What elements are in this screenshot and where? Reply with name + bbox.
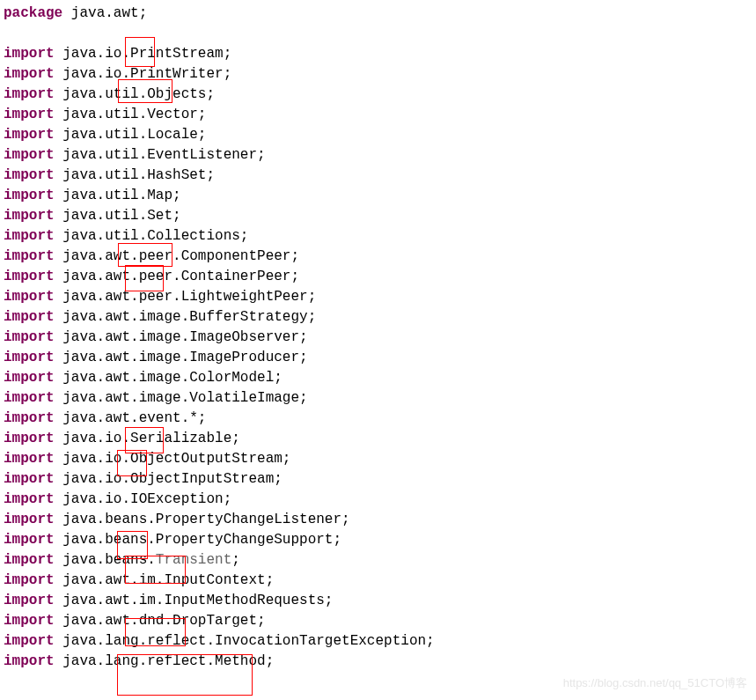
keyword: import	[4, 127, 55, 143]
keyword: import	[4, 451, 55, 467]
import-path: java.awt.image.ImageProducer;	[55, 350, 308, 365]
code-line: import java.awt.image.ImageObserver;	[4, 328, 752, 348]
import-path: java.awt.image.ColorModel;	[55, 370, 283, 386]
code-line: import java.awt.peer.LightweightPeer;	[4, 287, 752, 307]
keyword: import	[4, 390, 55, 406]
code-line: import java.util.Locale;	[4, 125, 752, 145]
code-line: import java.lang.reflect.InvocationTarge…	[4, 631, 752, 652]
code-line: import java.util.Vector;	[4, 105, 752, 125]
keyword: import	[4, 593, 55, 608]
keyword: import	[4, 653, 55, 669]
import-path: java.lang.reflect.InvocationTargetExcept…	[55, 633, 435, 649]
import-path: java.beans.PropertyChangeListener;	[55, 512, 350, 527]
import-path: java.io.PrintStream;	[55, 46, 232, 62]
import-path: java.io.IOException;	[55, 491, 232, 507]
keyword: import	[4, 633, 55, 649]
keyword: import	[4, 532, 55, 548]
import-path: java.util.HashSet;	[55, 167, 215, 183]
import-path: java.util.Vector;	[55, 107, 207, 122]
import-path: java.awt.im.InputContext;	[55, 572, 275, 588]
code-line: import java.util.EventListener;	[4, 145, 752, 166]
keyword: import	[4, 410, 55, 426]
keyword: import	[4, 228, 55, 244]
code-line: import java.awt.event.*;	[4, 409, 752, 429]
import-path: java.util.Locale;	[55, 127, 207, 143]
import-path: java.awt.peer.ContainerPeer;	[55, 269, 299, 284]
keyword: import	[4, 431, 55, 446]
code-line: import java.awt.peer.ComponentPeer;	[4, 247, 752, 267]
code-line: import java.io.PrintStream;	[4, 44, 752, 64]
keyword: import	[4, 248, 55, 264]
import-path: java.util.EventListener;	[55, 147, 266, 163]
code-line: import java.awt.peer.ContainerPeer;	[4, 267, 752, 287]
import-path: java.awt.image.BufferStrategy;	[55, 309, 317, 325]
keyword: import	[4, 613, 55, 629]
code-line: import java.util.HashSet;	[4, 166, 752, 186]
code-line: import java.beans.PropertyChangeSupport;	[4, 530, 752, 550]
import-path: java.awt.image.VolatileImage;	[55, 390, 308, 406]
annotation-transient: Transient	[156, 552, 231, 568]
code-line: import java.util.Objects;	[4, 85, 752, 105]
code-line	[4, 24, 752, 44]
code-line: import java.awt.dnd.DropTarget;	[4, 611, 752, 631]
keyword: import	[4, 552, 55, 568]
code-line: import java.lang.reflect.Method;	[4, 652, 752, 672]
semicolon: ;	[231, 552, 240, 568]
import-path: java.util.Set;	[55, 208, 181, 224]
import-path: java.util.Map;	[55, 188, 181, 203]
keyword: import	[4, 147, 55, 163]
keyword: import	[4, 329, 55, 345]
import-path: java.io.ObjectInputStream;	[55, 471, 283, 487]
code-line: import java.awt.image.ColorModel;	[4, 368, 752, 388]
watermark: https://blog.csdn.net/qq_51CTO博客	[563, 673, 747, 693]
import-path: java.beans.PropertyChangeSupport;	[55, 532, 341, 548]
keyword: import	[4, 188, 55, 203]
import-path: java.util.Collections;	[55, 228, 249, 244]
import-path: java.io.PrintWriter;	[55, 66, 232, 82]
import-path: java.io.Serializable;	[55, 431, 240, 446]
code-block: package java.awt; import java.io.PrintSt…	[4, 4, 752, 672]
import-path: java.awt.image.ImageObserver;	[55, 329, 308, 345]
code-line: import java.io.ObjectOutputStream;	[4, 449, 752, 469]
keyword: import	[4, 66, 55, 82]
keyword: import	[4, 350, 55, 365]
import-path: java.awt.peer.LightweightPeer;	[55, 289, 317, 305]
import-path: java.beans.	[55, 552, 156, 568]
import-path: java.awt.peer.ComponentPeer;	[55, 248, 299, 264]
package-name: java.awt;	[62, 5, 147, 21]
keyword: import	[4, 208, 55, 224]
code-line: import java.beans.PropertyChangeListener…	[4, 510, 752, 530]
code-line: import java.awt.image.BufferStrategy;	[4, 307, 752, 328]
import-path: java.awt.event.*;	[55, 410, 207, 426]
keyword: import	[4, 107, 55, 122]
code-line: import java.io.ObjectInputStream;	[4, 469, 752, 490]
code-line: import java.io.IOException;	[4, 490, 752, 510]
keyword: import	[4, 370, 55, 386]
code-line: import java.util.Set;	[4, 206, 752, 226]
keyword: import	[4, 471, 55, 487]
keyword: import	[4, 46, 55, 62]
code-line: package java.awt;	[4, 4, 752, 24]
code-line: import java.util.Collections;	[4, 226, 752, 247]
import-path: java.awt.dnd.DropTarget;	[55, 613, 266, 629]
code-line: import java.awt.image.VolatileImage;	[4, 388, 752, 409]
code-line: import java.awt.im.InputContext;	[4, 571, 752, 591]
keyword: import	[4, 86, 55, 102]
import-path: java.util.Objects;	[55, 86, 215, 102]
keyword: import	[4, 289, 55, 305]
keyword: import	[4, 491, 55, 507]
import-path: java.io.ObjectOutputStream;	[55, 451, 291, 467]
import-path: java.awt.im.InputMethodRequests;	[55, 593, 334, 608]
code-line: import java.beans.Transient;	[4, 550, 752, 571]
code-line: import java.awt.image.ImageProducer;	[4, 348, 752, 368]
code-line: import java.awt.im.InputMethodRequests;	[4, 591, 752, 611]
code-line: import java.io.Serializable;	[4, 429, 752, 449]
keyword: import	[4, 269, 55, 284]
import-path: java.lang.reflect.Method;	[55, 653, 275, 669]
code-line: import java.io.PrintWriter;	[4, 64, 752, 85]
keyword: import	[4, 167, 55, 183]
code-line: import java.util.Map;	[4, 186, 752, 206]
keyword: import	[4, 512, 55, 527]
keyword: import	[4, 572, 55, 588]
keyword: package	[4, 5, 62, 21]
